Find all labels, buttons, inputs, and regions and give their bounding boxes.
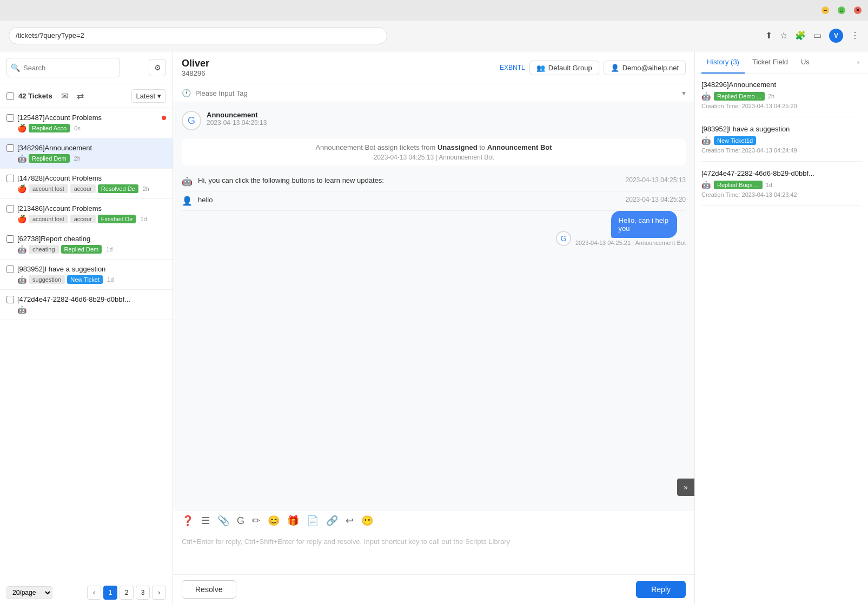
gift-icon[interactable]: 🎁 bbox=[287, 515, 299, 527]
ticket-user-name: Oliver bbox=[182, 58, 209, 69]
ticket-checkbox[interactable] bbox=[6, 144, 14, 152]
ticket-sidebar: 🔍 ⚙ 42 Tickets ✉ ⇄ Latest ▾ [125487]Acco… bbox=[0, 51, 173, 604]
select-all-checkbox[interactable] bbox=[6, 92, 14, 100]
ticket-checkbox[interactable] bbox=[6, 205, 14, 213]
emoji-icon[interactable]: 😊 bbox=[268, 515, 280, 527]
ticket-title: [983952]I have a suggestion bbox=[17, 265, 166, 273]
more-icon[interactable]: 😶 bbox=[361, 515, 373, 527]
bot-bubble: Hello, can i help you bbox=[611, 211, 677, 238]
tab-history[interactable]: History (3) bbox=[701, 51, 745, 74]
history-item[interactable]: [472d4e47-2282-46d6-8b29-d0bbf... 🤖 Repl… bbox=[701, 169, 862, 206]
exbntl-tag[interactable]: EXBNTL bbox=[500, 64, 525, 71]
platform-icon: 🤖 bbox=[17, 154, 26, 163]
ticket-checkbox[interactable] bbox=[6, 235, 14, 243]
group-button[interactable]: 👥 Default Group bbox=[529, 61, 599, 75]
minimize-button[interactable]: – bbox=[821, 6, 829, 14]
ticket-item[interactable]: [147828]Account Problems 🍎 account lost … bbox=[0, 169, 173, 199]
ticket-checkbox[interactable] bbox=[6, 296, 14, 303]
conversation-area: G Announcement 2023-04-13 04:25:13 Annou… bbox=[173, 102, 694, 510]
clock-icon: 🕐 bbox=[182, 89, 191, 97]
share-icon[interactable]: ⬆ bbox=[765, 30, 772, 41]
pagination: ‹ 1 2 3 › bbox=[87, 586, 166, 600]
ticket-item[interactable]: [62738]Report cheating 🤖 cheating Replie… bbox=[0, 229, 173, 260]
list-icon[interactable]: ☰ bbox=[201, 515, 210, 527]
time-label: 0s bbox=[74, 125, 81, 131]
tab-us[interactable]: Us bbox=[796, 51, 815, 74]
prev-page-button[interactable]: ‹ bbox=[87, 586, 101, 600]
page-1-button[interactable]: 1 bbox=[103, 586, 117, 600]
tag-dropdown-icon[interactable]: ▾ bbox=[682, 89, 686, 97]
platform-icon: 🤖 bbox=[701, 136, 711, 145]
ticket-content: Oliver 348296 EXBNTL 👥 Default Group 👤 D… bbox=[173, 51, 695, 604]
history-title: [472d4e47-2282-46d6-8b29-d0bbf... bbox=[701, 169, 862, 177]
ticket-checkbox[interactable] bbox=[6, 175, 14, 182]
page-2-button[interactable]: 2 bbox=[120, 586, 134, 600]
demo-button[interactable]: 👤 Demo@aihelp.net bbox=[604, 61, 686, 75]
close-button[interactable]: ✕ bbox=[854, 6, 862, 14]
user-avatar[interactable]: V bbox=[829, 29, 843, 43]
platform-icon: 🤖 bbox=[17, 245, 26, 254]
tab-ticket-field[interactable]: Ticket Field bbox=[747, 51, 793, 74]
platform-icon: 🍎 bbox=[17, 124, 26, 132]
translate-icon[interactable]: G bbox=[237, 515, 244, 527]
message-text: hello bbox=[198, 196, 620, 204]
sort-button[interactable]: Latest ▾ bbox=[131, 89, 166, 103]
ticket-id: 348296 bbox=[182, 69, 209, 77]
history-badge: Replied Demo ... bbox=[714, 92, 765, 101]
search-wrap: 🔍 bbox=[6, 58, 144, 77]
status-badge: Resolved De bbox=[98, 184, 138, 193]
help-icon[interactable]: ❓ bbox=[182, 515, 194, 527]
ticket-item[interactable]: [983952]I have a suggestion 🤖 suggestion… bbox=[0, 260, 173, 290]
undo-icon[interactable]: ↩ bbox=[346, 515, 354, 527]
message-text: Hi, you can click the following buttons … bbox=[198, 176, 620, 184]
status-badge: Finished De bbox=[98, 215, 136, 223]
history-item[interactable]: [348296]Announcement 🤖 Replied Demo ... … bbox=[701, 81, 862, 117]
ticket-item[interactable]: [213486]Account Problems 🍎 account lost … bbox=[0, 199, 173, 229]
sidebar-toolbar: 42 Tickets ✉ ⇄ Latest ▾ bbox=[0, 84, 173, 108]
tag-bar: 🕐 ▾ bbox=[173, 84, 694, 102]
ticket-count: 42 Tickets bbox=[18, 92, 52, 100]
history-time: 2h bbox=[768, 93, 774, 99]
maximize-button[interactable]: □ bbox=[838, 6, 845, 14]
reply-footer: Resolve Reply bbox=[173, 574, 694, 604]
tag: accour bbox=[70, 184, 96, 193]
history-item[interactable]: [983952]I have a suggestion 🤖 New Ticket… bbox=[701, 125, 862, 162]
status-badge: Replied Acco bbox=[29, 124, 70, 132]
tag-input[interactable] bbox=[195, 89, 678, 97]
reply-button[interactable]: Reply bbox=[636, 581, 686, 598]
url-input[interactable] bbox=[9, 27, 387, 44]
ticket-title: [213486]Account Problems bbox=[17, 204, 166, 213]
chat-message-2: 👤 hello 2023-04-13 04:25:20 bbox=[182, 191, 686, 211]
resolve-button[interactable]: Resolve bbox=[182, 580, 236, 599]
search-input[interactable] bbox=[6, 58, 120, 77]
platform-icon: 🤖 bbox=[701, 92, 711, 101]
ticket-item[interactable]: [472d4e47-2282-46d6-8b29-d0bbf... 🤖 bbox=[0, 290, 173, 320]
ticket-title: [472d4e47-2282-46d6-8b29-d0bbf... bbox=[17, 295, 166, 303]
mail-icon[interactable]: ✉ bbox=[59, 89, 70, 103]
filter-button[interactable]: ⚙ bbox=[149, 59, 166, 76]
ticket-checkbox[interactable] bbox=[6, 266, 14, 273]
per-page-select[interactable]: 20/page 50/page 100/page bbox=[6, 586, 52, 599]
ticket-item[interactable]: [125487]Account Problems 🍎 Replied Acco … bbox=[0, 108, 173, 138]
page-3-button[interactable]: 3 bbox=[136, 586, 150, 600]
tabs-more-icon[interactable]: › bbox=[855, 51, 862, 74]
transfer-icon[interactable]: ⇄ bbox=[75, 89, 86, 103]
reply-area[interactable]: Ctrl+Enter for reply, Ctrl+Shift+Enter f… bbox=[173, 531, 694, 574]
sidebar-icon[interactable]: ▭ bbox=[813, 30, 821, 41]
header-actions: EXBNTL 👥 Default Group 👤 Demo@aihelp.net bbox=[500, 61, 686, 75]
extensions-icon[interactable]: 🧩 bbox=[795, 30, 806, 41]
message-user-icon: 👤 bbox=[182, 196, 193, 206]
chat-message-1: 🤖 Hi, you can click the following button… bbox=[182, 172, 686, 191]
link-icon[interactable]: 🔗 bbox=[326, 515, 338, 527]
next-page-button[interactable]: › bbox=[152, 586, 166, 600]
app-container: 🔍 ⚙ 42 Tickets ✉ ⇄ Latest ▾ [125487]Acco… bbox=[0, 51, 868, 604]
ticket-item-active[interactable]: [348296]Announcement 🤖 Replied Dem 2h bbox=[0, 138, 173, 169]
menu-icon[interactable]: ⋮ bbox=[851, 30, 859, 41]
expand-panel-button[interactable]: » bbox=[677, 479, 694, 496]
ticket-checkbox[interactable] bbox=[6, 114, 14, 122]
bookmark-icon[interactable]: ☆ bbox=[780, 30, 787, 41]
sidebar-search-header: 🔍 ⚙ bbox=[0, 51, 173, 84]
edit-icon[interactable]: ✏ bbox=[252, 515, 260, 527]
attachment-icon[interactable]: 📎 bbox=[217, 515, 229, 527]
doc-icon[interactable]: 📄 bbox=[307, 515, 319, 527]
